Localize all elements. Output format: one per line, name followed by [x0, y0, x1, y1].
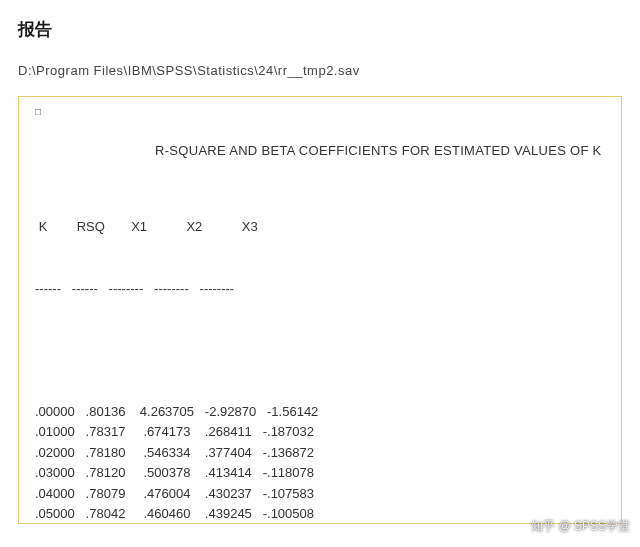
- rows-container: .00000 .80136 4.263705 -2.92870 -1.56142…: [35, 402, 609, 525]
- page-title: 报告: [18, 18, 622, 41]
- col-x2: X2: [186, 217, 216, 238]
- box-marker: □: [35, 107, 609, 117]
- table-row: .03000 .78120 .500378 .413414 -.118078: [35, 463, 609, 484]
- report-heading: R-SQUARE AND BETA COEFFICIENTS FOR ESTIM…: [35, 143, 609, 158]
- table-row: .02000 .78180 .546334 .377404 -.136872: [35, 443, 609, 464]
- column-headers: K RSQ X1 X2 X3: [35, 217, 609, 238]
- col-k: K: [39, 217, 59, 238]
- data-table: K RSQ X1 X2 X3 ------ ------ -------- --…: [35, 176, 609, 524]
- col-x1: X1: [131, 217, 161, 238]
- dash-line: ------ ------ -------- -------- --------: [35, 279, 609, 300]
- table-row: .05000 .78042 .460460 .439245 -.100508: [35, 504, 609, 524]
- table-row: .00000 .80136 4.263705 -2.92870 -1.56142: [35, 402, 609, 423]
- table-row: .01000 .78317 .674173 .268411 -.187032: [35, 422, 609, 443]
- table-row: .04000 .78079 .476004 .430237 -.107583: [35, 484, 609, 505]
- col-rsq: RSQ: [77, 217, 117, 238]
- blank-line: [35, 340, 609, 361]
- file-path: D:\Program Files\IBM\SPSS\Statistics\24\…: [18, 63, 622, 78]
- output-box: □ R-SQUARE AND BETA COEFFICIENTS FOR EST…: [18, 96, 622, 524]
- page-root: 报告 D:\Program Files\IBM\SPSS\Statistics\…: [0, 0, 640, 524]
- col-x3: X3: [242, 217, 272, 238]
